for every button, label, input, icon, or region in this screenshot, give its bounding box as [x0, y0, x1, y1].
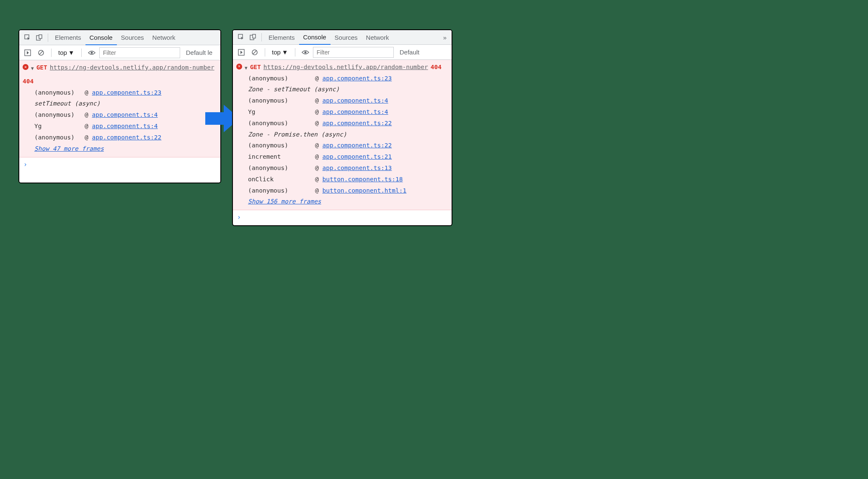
stack-frame: (anonymous)@ app.component.ts:23 — [248, 73, 448, 84]
frame-loc: @ button.component.html:1 — [315, 185, 406, 196]
more-tabs-icon[interactable]: » — [441, 34, 449, 41]
devtools-panel-before: Elements Console Sources Network top▼ De… — [18, 29, 221, 183]
tab-console[interactable]: Console — [85, 31, 117, 45]
source-link[interactable]: app.component.ts:22 — [92, 134, 161, 141]
context-selector[interactable]: top▼ — [56, 49, 77, 56]
error-entry: ✕ ▼ GET https://ng-devtools.netlify.app/… — [233, 60, 452, 211]
tab-console[interactable]: Console — [299, 31, 331, 45]
stack-frame: (anonymous)@ app.component.ts:22 — [34, 132, 217, 143]
frame-fn: (anonymous) — [248, 73, 315, 84]
stack-frame: Yg@ app.component.ts:4 — [34, 121, 217, 132]
stack-frame: increment@ app.component.ts:21 — [248, 151, 448, 162]
play-icon[interactable] — [23, 49, 32, 57]
separator — [261, 33, 262, 41]
log-levels[interactable]: Default — [395, 49, 420, 56]
tab-network[interactable]: Network — [148, 30, 180, 45]
frame-loc: @ app.component.ts:4 — [85, 109, 158, 121]
source-link[interactable]: app.component.ts:13 — [322, 165, 392, 171]
frame-fn: Yg — [34, 121, 85, 132]
devtools-tabbar: Elements Console Sources Network — [19, 30, 220, 45]
frame-loc: @ app.component.ts:23 — [315, 73, 392, 84]
stack-frame: (anonymous)@ app.component.ts:4 — [34, 109, 217, 121]
error-icon: ✕ — [23, 64, 28, 70]
inspect-icon[interactable] — [23, 33, 32, 42]
svg-rect-9 — [253, 34, 256, 38]
tab-sources[interactable]: Sources — [117, 30, 148, 45]
source-link[interactable]: app.component.ts:4 — [92, 111, 158, 118]
source-link[interactable]: app.component.ts:22 — [322, 120, 392, 126]
stack-frame: (anonymous)@ app.component.ts:22 — [248, 140, 448, 151]
console-prompt[interactable]: › — [233, 210, 452, 225]
separator — [265, 48, 265, 57]
devtools-tabbar: Elements Console Sources Network » — [233, 30, 452, 45]
play-icon[interactable] — [237, 48, 245, 57]
stack-frame: (anonymous)@ app.component.ts:22 — [248, 118, 448, 129]
chevron-down-icon: ▼ — [282, 49, 288, 56]
frame-loc: @ app.component.ts:23 — [85, 87, 161, 98]
svg-line-5 — [39, 51, 43, 54]
separator — [81, 49, 82, 57]
stack-frame: onClick@ button.component.ts:18 — [248, 174, 448, 185]
show-more-frames[interactable]: Show 47 more frames — [34, 143, 217, 155]
filter-input[interactable] — [99, 47, 180, 58]
console-filterbar: top▼ Default — [233, 45, 452, 59]
error-header[interactable]: ✕ ▼ GET https://ng-devtools.netlify.app/… — [236, 62, 448, 73]
source-link[interactable]: button.component.ts:18 — [322, 176, 403, 183]
context-label: top — [272, 49, 281, 56]
context-selector[interactable]: top▼ — [269, 49, 291, 56]
svg-rect-2 — [39, 35, 42, 39]
device-icon[interactable] — [249, 33, 257, 41]
request-url[interactable]: https://ng-devtools.netlify.app/random-n… — [264, 62, 428, 73]
error-header[interactable]: ✕ ▼ GET https://ng-devtools.netlify.app/… — [23, 62, 217, 87]
disclosure-triangle-icon[interactable]: ▼ — [31, 64, 34, 73]
stack-frame: (anonymous)@ app.component.ts:13 — [248, 162, 448, 174]
frame-fn: (anonymous) — [34, 132, 85, 143]
log-levels[interactable]: Default le — [182, 49, 212, 56]
disclosure-triangle-icon[interactable]: ▼ — [245, 64, 248, 72]
inspect-icon[interactable] — [237, 33, 245, 41]
source-link[interactable]: app.component.ts:4 — [92, 123, 158, 129]
frame-loc: @ app.component.ts:22 — [85, 132, 161, 143]
chevron-down-icon: ▼ — [68, 49, 75, 56]
filter-input[interactable] — [313, 47, 394, 58]
show-more-frames[interactable]: Show 156 more frames — [248, 196, 448, 207]
frame-loc: @ app.component.ts:22 — [315, 140, 392, 151]
device-icon[interactable] — [35, 33, 44, 42]
frame-fn: increment — [248, 151, 315, 162]
http-method: GET — [36, 62, 47, 73]
frame-fn: Yg — [248, 106, 315, 118]
tab-elements[interactable]: Elements — [51, 30, 85, 45]
frame-loc: @ app.component.ts:21 — [315, 151, 392, 162]
frame-loc: @ app.component.ts:22 — [315, 118, 392, 129]
async-label: setTimeout (async) — [34, 98, 217, 109]
stack-frame: (anonymous)@ button.component.html:1 — [248, 185, 448, 196]
source-link[interactable]: app.component.ts:23 — [322, 75, 392, 82]
frame-fn: (anonymous) — [34, 87, 85, 98]
eye-icon[interactable] — [88, 49, 96, 57]
eye-icon[interactable] — [301, 48, 310, 57]
tab-network[interactable]: Network — [362, 30, 393, 44]
frame-loc: @ app.component.ts:4 — [85, 121, 158, 132]
tab-elements[interactable]: Elements — [264, 30, 299, 44]
console-filterbar: top▼ Default le — [19, 45, 220, 60]
source-link[interactable]: button.component.html:1 — [322, 187, 406, 194]
devtools-panel-after: Elements Console Sources Network » top▼ … — [232, 29, 452, 226]
source-link[interactable]: app.component.ts:21 — [322, 153, 392, 160]
clear-icon[interactable] — [37, 49, 45, 57]
svg-point-6 — [90, 52, 93, 54]
separator — [51, 49, 52, 57]
request-url[interactable]: https://ng-devtools.netlify.app/random-n… — [50, 62, 214, 73]
source-link[interactable]: app.component.ts:23 — [92, 89, 161, 96]
console-prompt[interactable]: › — [19, 157, 220, 173]
async-label: Zone - setTimeout (async) — [248, 84, 448, 95]
async-label: Zone - Promise.then (async) — [248, 129, 448, 140]
source-link[interactable]: app.component.ts:4 — [322, 108, 388, 115]
error-entry: ✕ ▼ GET https://ng-devtools.netlify.app/… — [19, 60, 220, 157]
status-code: 404 — [431, 62, 442, 73]
tab-sources[interactable]: Sources — [331, 30, 362, 44]
clear-icon[interactable] — [251, 48, 259, 57]
frame-loc: @ app.component.ts:4 — [315, 106, 388, 118]
source-link[interactable]: app.component.ts:22 — [322, 142, 392, 149]
frame-fn: (anonymous) — [248, 140, 315, 151]
source-link[interactable]: app.component.ts:4 — [322, 97, 388, 104]
